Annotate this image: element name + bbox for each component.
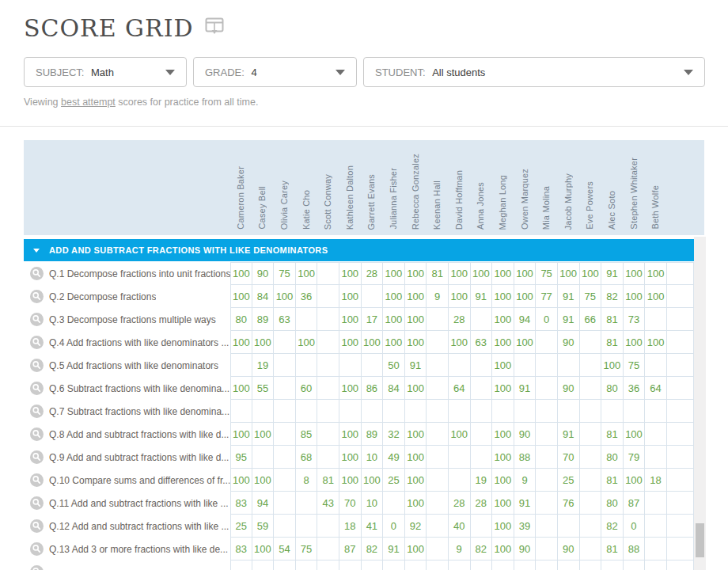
preview-skill-icon[interactable]: [30, 565, 44, 570]
table-row: Q.1 Decompose fractions into unit fracti…: [24, 262, 694, 285]
score-cell: 100: [339, 377, 362, 400]
student-column-header[interactable]: Kathleen Dalton: [345, 165, 355, 230]
student-column-header[interactable]: Eve Powers: [585, 181, 594, 230]
student-filter-value: All students: [432, 66, 674, 78]
preview-skill-icon[interactable]: [30, 405, 44, 418]
score-cell: 100: [471, 262, 493, 285]
score-cell: [471, 377, 493, 400]
table-row: Q.3 Decompose fractions multiple ways808…: [24, 308, 694, 331]
empty-cell: [667, 354, 694, 377]
score-cell: 100: [624, 262, 646, 285]
score-cell: 19: [471, 469, 493, 492]
score-cell: 100: [492, 515, 514, 538]
student-column-header[interactable]: Anna Jones: [476, 182, 485, 230]
score-cell: [471, 400, 493, 423]
score-cell: 80: [601, 446, 624, 469]
score-cell: 75: [624, 354, 646, 377]
preview-skill-icon[interactable]: [30, 542, 44, 556]
score-cell: 81: [427, 262, 449, 285]
preview-skill-icon[interactable]: [30, 428, 44, 441]
score-cell: [645, 354, 667, 377]
vertical-scrollbar-thumb[interactable]: [696, 523, 704, 557]
student-column-header[interactable]: Rebecca Gonzalez: [411, 154, 420, 230]
score-cell: [645, 446, 667, 469]
score-cell: 90: [558, 538, 580, 560]
student-column-header[interactable]: Cameron Baker: [236, 166, 245, 230]
score-cell: 100: [492, 538, 514, 560]
score-cell: 100: [383, 285, 405, 308]
preview-skill-icon[interactable]: [30, 290, 44, 303]
student-column-header[interactable]: Garrett Evans: [366, 174, 376, 230]
best-attempt-link[interactable]: best attempt: [61, 97, 116, 108]
score-cell: 100: [252, 423, 275, 446]
score-cell: 28: [449, 308, 471, 331]
score-cell: 36: [624, 377, 646, 400]
empty-cell: [667, 515, 694, 538]
score-cell: 39: [514, 515, 537, 538]
score-cell: 100: [405, 423, 427, 446]
student-column-header[interactable]: Stephen Whitaker: [629, 158, 639, 230]
student-column-header[interactable]: Mia Molina: [541, 186, 551, 230]
skill-row-label: Q.4 Add fractions with like denominators…: [24, 331, 230, 354]
score-cell: 100: [492, 285, 514, 308]
score-cell: [405, 560, 427, 570]
score-cell: 75: [580, 285, 602, 308]
student-column-header[interactable]: Jacob Murphy: [563, 173, 573, 230]
score-cell: [536, 515, 558, 538]
score-cell: 89: [362, 423, 384, 446]
student-filter-dropdown[interactable]: STUDENT: All students: [363, 57, 705, 87]
empty-cell: [667, 285, 694, 308]
preview-skill-icon[interactable]: [30, 519, 44, 533]
student-column-header[interactable]: Casey Bell: [257, 186, 267, 230]
export-grid-icon[interactable]: [205, 17, 225, 40]
score-cell: 100: [492, 377, 514, 400]
skill-label: Q.10 Compare sums and differences of fr.…: [49, 475, 230, 486]
score-cell: [514, 354, 537, 377]
preview-skill-icon[interactable]: [30, 336, 44, 349]
score-cell: [427, 446, 449, 469]
score-cell: [317, 354, 339, 377]
score-cell: 100: [449, 262, 471, 285]
student-column-header[interactable]: Alec Soto: [607, 191, 616, 230]
score-cell: 100: [492, 423, 514, 446]
score-cell: 92: [405, 515, 427, 538]
student-column-header[interactable]: Beth Wolfe: [650, 185, 660, 230]
student-column-header[interactable]: Keenan Hall: [432, 180, 442, 230]
student-column-header[interactable]: Julianna Fisher: [389, 168, 398, 230]
score-cell: 0: [624, 515, 646, 538]
subject-filter-label: SUBJECT:: [36, 66, 87, 78]
student-column-header[interactable]: Owen Marquez: [520, 169, 529, 230]
subject-filter-dropdown[interactable]: SUBJECT: Math: [24, 57, 187, 87]
student-column-header[interactable]: David Hoffman: [454, 170, 464, 230]
score-cell: 100: [230, 377, 252, 400]
score-cell: 32: [383, 423, 405, 446]
student-column-header[interactable]: Meghan Long: [498, 175, 507, 230]
preview-skill-icon[interactable]: [30, 359, 44, 372]
score-cell: 90: [514, 423, 537, 446]
vertical-scrollbar-track[interactable]: [694, 237, 706, 570]
score-cell: 100: [405, 538, 427, 560]
preview-skill-icon[interactable]: [30, 496, 44, 510]
score-cell: [362, 560, 384, 570]
score-cell: [645, 560, 667, 570]
student-column-header[interactable]: Katie Cho: [301, 190, 311, 230]
preview-skill-icon[interactable]: [30, 473, 44, 487]
score-cell: 100: [492, 308, 514, 331]
score-cell: [492, 400, 514, 423]
grade-filter-dropdown[interactable]: GRADE: 4: [193, 57, 357, 87]
viewing-note-prefix: Viewing: [24, 97, 61, 108]
score-cell: 100: [492, 469, 514, 492]
student-column-header[interactable]: Scott Conway: [323, 174, 332, 230]
score-cell: [252, 560, 275, 570]
chevron-down-icon: [165, 70, 175, 75]
preview-skill-icon[interactable]: [30, 267, 44, 280]
preview-skill-icon[interactable]: [30, 450, 44, 464]
preview-skill-icon[interactable]: [30, 382, 44, 395]
score-cell: [471, 308, 493, 331]
section-header-bar[interactable]: ADD AND SUBTRACT FRACTIONS WITH LIKE DEN…: [24, 239, 694, 261]
score-cell: 28: [362, 262, 384, 285]
score-cell: 100: [601, 354, 624, 377]
preview-skill-icon[interactable]: [30, 313, 44, 326]
student-column-header[interactable]: Olivia Carey: [279, 180, 289, 230]
score-cell: [274, 377, 296, 400]
